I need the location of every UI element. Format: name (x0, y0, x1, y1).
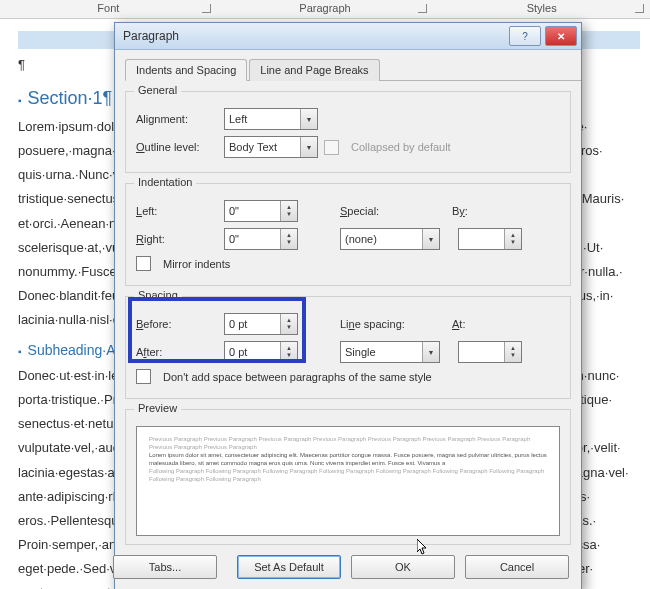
section-title-general: General (134, 84, 181, 96)
linespacing-label: Line spacing: (340, 318, 420, 330)
tab-indents-spacing[interactable]: Indents and Spacing (125, 59, 247, 81)
section-title-spacing: Spacing (134, 289, 182, 301)
tabs-button[interactable]: Tabs... (113, 555, 217, 579)
ribbon: Font Paragraph Styles (0, 0, 650, 19)
chevron-down-icon: ▼ (422, 229, 439, 249)
alignment-label: Alignment: (136, 113, 218, 125)
after-label: After: (136, 346, 218, 358)
before-spinner[interactable]: 0 pt ▲▼ (224, 313, 298, 335)
ribbon-group-font[interactable]: Font (0, 0, 217, 18)
at-label: At: (452, 318, 482, 330)
ok-button[interactable]: OK (351, 555, 455, 579)
ribbon-group-styles[interactable]: Styles (433, 0, 650, 18)
collapsed-checkbox (324, 140, 339, 155)
title-bar[interactable]: Paragraph ? ✕ (115, 23, 581, 50)
spinner-buttons-icon[interactable]: ▲▼ (280, 229, 297, 249)
mirror-indents-checkbox[interactable] (136, 256, 151, 271)
collapsed-label: Collapsed by default (351, 141, 451, 153)
indent-left-spinner[interactable]: 0" ▲▼ (224, 200, 298, 222)
after-spinner[interactable]: 0 pt ▲▼ (224, 341, 298, 363)
help-button[interactable]: ? (509, 26, 541, 46)
section-indentation: Indentation Left: 0" ▲▼ Special: By: Rig… (125, 183, 571, 286)
spinner-buttons-icon[interactable]: ▲▼ (280, 201, 297, 221)
spinner-buttons-icon[interactable]: ▲▼ (280, 342, 297, 362)
tab-strip: Indents and Spacing Line and Page Breaks (125, 58, 581, 81)
ribbon-group-paragraph[interactable]: Paragraph (217, 0, 434, 18)
indent-right-label: Right: (136, 233, 218, 245)
at-spinner[interactable]: ▲▼ (458, 341, 522, 363)
by-label: By: (452, 205, 482, 217)
tab-line-page-breaks[interactable]: Line and Page Breaks (249, 59, 379, 81)
close-button[interactable]: ✕ (545, 26, 577, 46)
chevron-down-icon: ▼ (422, 342, 439, 362)
paragraph-dialog: Paragraph ? ✕ Indents and Spacing Line a… (114, 22, 582, 589)
indent-right-spinner[interactable]: 0" ▲▼ (224, 228, 298, 250)
section-title-indentation: Indentation (134, 176, 196, 188)
alignment-combo[interactable]: Left ▼ (224, 108, 318, 130)
mirror-indents-label: Mirror indents (163, 258, 230, 270)
spinner-buttons-icon[interactable]: ▲▼ (280, 314, 297, 334)
before-label: Before: (136, 318, 218, 330)
set-as-default-button[interactable]: Set As Default (237, 555, 341, 579)
spinner-buttons-icon[interactable]: ▲▼ (504, 342, 521, 362)
indent-left-label: Left: (136, 205, 218, 217)
linespacing-combo[interactable]: Single ▼ (340, 341, 440, 363)
dialog-title: Paragraph (123, 29, 505, 43)
dialog-buttons: Tabs... Set As Default OK Cancel (115, 545, 581, 589)
by-spinner[interactable]: ▲▼ (458, 228, 522, 250)
special-label: Special: (340, 205, 400, 217)
section-title-preview: Preview (134, 402, 181, 414)
chevron-down-icon: ▼ (300, 137, 317, 157)
section-general: General Alignment: Left ▼ Outline level:… (125, 91, 571, 173)
chevron-down-icon: ▼ (300, 109, 317, 129)
section-spacing: Spacing Before: 0 pt ▲▼ Line spacing: At… (125, 296, 571, 399)
no-space-checkbox[interactable] (136, 369, 151, 384)
cancel-button[interactable]: Cancel (465, 555, 569, 579)
no-space-label: Don't add space between paragraphs of th… (163, 371, 432, 383)
outline-label: Outline level: (136, 141, 218, 153)
special-combo[interactable]: (none) ▼ (340, 228, 440, 250)
section-preview: Preview Previous Paragraph Previous Para… (125, 409, 571, 545)
outline-combo[interactable]: Body Text ▼ (224, 136, 318, 158)
spinner-buttons-icon[interactable]: ▲▼ (504, 229, 521, 249)
preview-box: Previous Paragraph Previous Paragraph Pr… (136, 426, 560, 536)
